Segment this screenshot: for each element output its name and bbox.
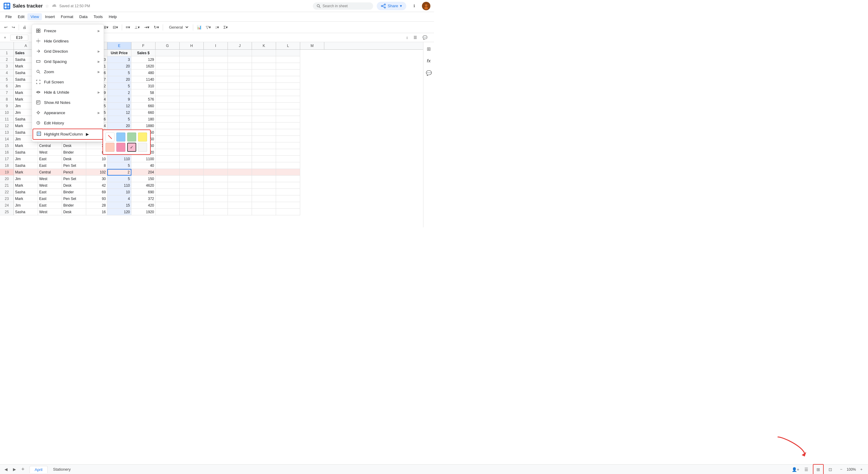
grid-cell[interactable]: 3 xyxy=(107,56,131,63)
grid-cell[interactable]: Pen Set xyxy=(62,196,86,202)
grid-cell[interactable]: Sasha xyxy=(14,189,38,196)
grid-cell[interactable]: 180 xyxy=(131,116,156,123)
grid-cell[interactable]: 9 xyxy=(107,96,131,103)
grid-cell[interactable] xyxy=(180,90,204,96)
grid-cell[interactable] xyxy=(228,142,252,149)
col-header-h[interactable]: H xyxy=(180,42,204,49)
grid-cell[interactable]: 310 xyxy=(131,83,156,90)
grid-cell[interactable] xyxy=(180,63,204,70)
grid-cell[interactable] xyxy=(180,176,204,182)
grid-cell[interactable]: 372 xyxy=(131,196,156,202)
star-icon[interactable]: ☆ xyxy=(45,4,49,8)
grid-cell[interactable]: 4620 xyxy=(131,182,156,189)
grid-cell[interactable] xyxy=(252,63,276,70)
grid-cell[interactable] xyxy=(156,162,180,169)
grid-cell[interactable] xyxy=(204,142,228,149)
grid-cell[interactable] xyxy=(180,76,204,83)
color-swatch-peach[interactable] xyxy=(105,143,115,152)
grid-cell[interactable]: Mark xyxy=(14,169,38,176)
grid-cell[interactable]: 1920 xyxy=(131,209,156,215)
grid-cell[interactable]: Sales $ xyxy=(131,50,156,56)
grid-cell[interactable] xyxy=(156,116,180,123)
col-header-e[interactable]: E xyxy=(107,42,131,49)
grid-cell[interactable]: 660 xyxy=(131,109,156,116)
grid-cell[interactable]: 129 xyxy=(131,56,156,63)
menu-item-highlight-row-col[interactable]: Highlight Row/Column ▶ xyxy=(33,129,103,140)
menu-item-show-all-notes[interactable]: Show All Notes xyxy=(32,97,104,107)
grid-cell[interactable] xyxy=(252,176,276,182)
h-align-btn[interactable]: ≡▾ xyxy=(124,24,132,31)
comment-btn[interactable]: 💬 xyxy=(421,34,429,41)
grid-cell[interactable] xyxy=(276,182,300,189)
col-header-m[interactable]: M xyxy=(300,42,324,49)
grid-cell[interactable] xyxy=(156,76,180,83)
grid-cell[interactable] xyxy=(204,76,228,83)
grid-cell[interactable]: Sasha xyxy=(14,162,38,169)
user-avatar[interactable] xyxy=(422,2,430,10)
grid-cell[interactable]: Central xyxy=(38,169,62,176)
grid-cell[interactable] xyxy=(156,136,180,142)
grid-cell[interactable] xyxy=(252,189,276,196)
grid-cell[interactable] xyxy=(276,142,300,149)
expand-sidebar-btn[interactable]: ☰ xyxy=(412,34,419,41)
grid-cell[interactable]: 20 xyxy=(107,123,131,129)
row-number[interactable]: 3 xyxy=(0,63,14,70)
grid-cell[interactable] xyxy=(156,142,180,149)
menu-view[interactable]: View xyxy=(27,13,42,20)
row-number[interactable]: 6 xyxy=(0,83,14,90)
grid-cell[interactable]: 5 xyxy=(107,70,131,76)
row-number[interactable]: 14 xyxy=(0,136,14,142)
grid-cell[interactable] xyxy=(228,56,252,63)
grid-cell[interactable]: 660 xyxy=(131,103,156,109)
grid-cell[interactable]: Unit Price xyxy=(107,50,131,56)
row-number[interactable]: 12 xyxy=(0,123,14,129)
row-number[interactable]: 15 xyxy=(0,142,14,149)
row-number[interactable]: 24 xyxy=(0,202,14,209)
grid-cell[interactable]: 16 xyxy=(86,209,107,215)
row-number[interactable]: 5 xyxy=(0,76,14,83)
sort-btn[interactable]: ↕▾ xyxy=(213,24,221,31)
menu-item-grid-direction[interactable]: Grid Direction ▶ xyxy=(32,46,104,56)
share-button[interactable]: Share ▾ xyxy=(377,2,406,10)
grid-cell[interactable] xyxy=(228,162,252,169)
grid-cell[interactable] xyxy=(204,182,228,189)
grid-cell[interactable]: 12 xyxy=(107,109,131,116)
rotate-btn[interactable]: ↻▾ xyxy=(152,24,161,31)
grid-cell[interactable] xyxy=(252,103,276,109)
grid-cell[interactable] xyxy=(204,103,228,109)
grid-cell[interactable]: Sasha xyxy=(14,149,38,156)
grid-cell[interactable] xyxy=(180,116,204,123)
menu-insert[interactable]: Insert xyxy=(42,13,58,20)
grid-cell[interactable] xyxy=(204,129,228,136)
sidebar-explore-icon[interactable]: ⊞ xyxy=(425,44,433,53)
grid-cell[interactable] xyxy=(252,83,276,90)
menu-edit[interactable]: Edit xyxy=(15,13,27,20)
grid-cell[interactable] xyxy=(204,136,228,142)
grid-cell[interactable]: 480 xyxy=(131,70,156,76)
row-number[interactable]: 10 xyxy=(0,109,14,116)
color-swatch-none[interactable] xyxy=(105,133,115,141)
grid-cell[interactable]: 12 xyxy=(107,103,131,109)
grid-cell[interactable]: Pen Set xyxy=(62,162,86,169)
grid-cell[interactable] xyxy=(276,90,300,96)
grid-cell[interactable] xyxy=(252,149,276,156)
grid-cell[interactable] xyxy=(228,90,252,96)
col-header-k[interactable]: K xyxy=(252,42,276,49)
grid-cell[interactable] xyxy=(156,90,180,96)
grid-cell[interactable]: 420 xyxy=(131,202,156,209)
menu-format[interactable]: Format xyxy=(58,13,76,20)
grid-cell[interactable]: 5 xyxy=(107,162,131,169)
grid-cell[interactable]: 2 xyxy=(107,90,131,96)
grid-cell[interactable] xyxy=(228,209,252,215)
row-number[interactable]: 7 xyxy=(0,90,14,96)
grid-cell[interactable] xyxy=(204,189,228,196)
col-header-j[interactable]: J xyxy=(228,42,252,49)
grid-cell[interactable] xyxy=(180,162,204,169)
grid-cell[interactable]: 150 xyxy=(131,176,156,182)
grid-cell[interactable] xyxy=(156,103,180,109)
grid-cell[interactable] xyxy=(204,56,228,63)
grid-cell[interactable] xyxy=(228,63,252,70)
grid-cell[interactable]: 576 xyxy=(131,96,156,103)
grid-cell[interactable] xyxy=(156,169,180,176)
grid-cell[interactable] xyxy=(180,189,204,196)
